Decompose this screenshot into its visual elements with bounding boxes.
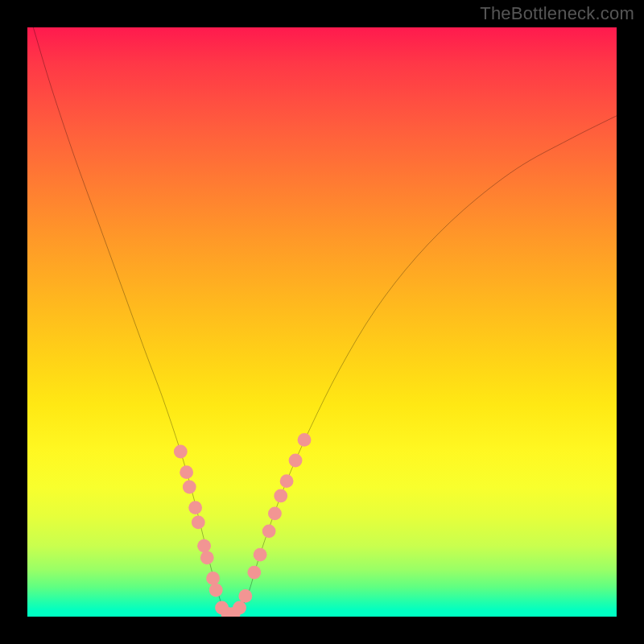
curve-markers	[174, 433, 312, 617]
curve-marker	[192, 515, 205, 529]
curve-marker	[197, 539, 211, 553]
curve-marker	[200, 551, 214, 564]
plot-area	[27, 27, 617, 617]
curve-marker	[274, 489, 287, 503]
curve-marker	[238, 589, 252, 603]
curve-marker	[268, 506, 282, 520]
bottleneck-curve	[33, 27, 617, 617]
curve-marker	[188, 501, 202, 514]
watermark-text: TheBottleneck.com	[480, 3, 634, 24]
chart-svg	[27, 27, 617, 617]
curve-marker	[233, 601, 246, 615]
curve-marker	[174, 445, 188, 459]
curve-marker	[280, 474, 294, 488]
curve-marker	[254, 548, 267, 562]
curve-marker	[262, 524, 276, 538]
curve-marker	[206, 572, 220, 585]
curve-marker	[289, 454, 303, 468]
curve-marker	[183, 481, 196, 494]
curve-marker	[209, 584, 223, 597]
curve-marker	[247, 566, 261, 580]
curve-marker	[298, 433, 312, 447]
curve-marker	[180, 465, 193, 479]
chart-container: TheBottleneck.com	[0, 0, 644, 644]
